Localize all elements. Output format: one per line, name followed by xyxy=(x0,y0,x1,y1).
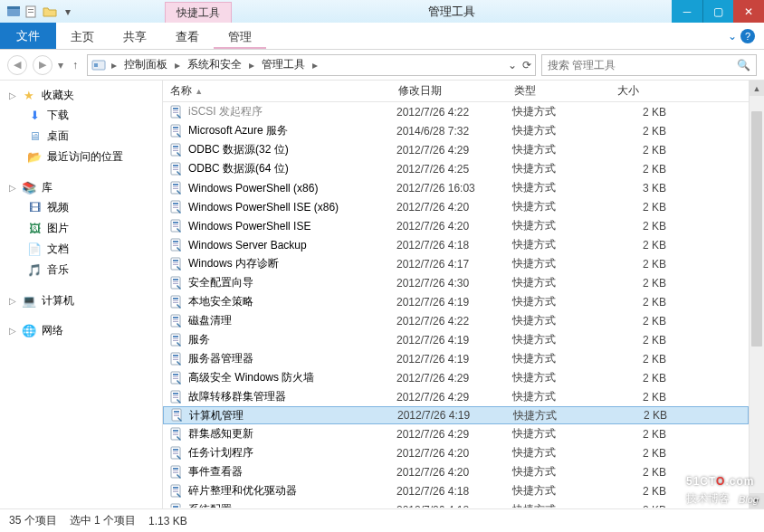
file-row[interactable]: 碎片整理和优化驱动器2012/7/26 4:18快捷方式2 KB xyxy=(163,481,749,500)
libraries-icon: 📚 xyxy=(22,181,36,195)
sidebar-item-documents[interactable]: 📄文档 xyxy=(0,239,162,260)
sidebar-favorites[interactable]: ▷★收藏夹 xyxy=(0,86,162,105)
shortcut-icon xyxy=(168,276,185,290)
close-button[interactable]: ✕ xyxy=(733,0,764,23)
file-size: 2 KB xyxy=(616,485,666,498)
scroll-down-button[interactable]: ▼ xyxy=(750,493,764,508)
file-row[interactable]: ODBC 数据源(64 位)2012/7/26 4:25快捷方式2 KB xyxy=(163,159,749,178)
maximize-button[interactable]: ▢ xyxy=(702,0,733,23)
minimize-button[interactable]: ─ xyxy=(672,0,702,23)
sidebar-label: 网络 xyxy=(42,323,63,338)
recent-icon: 📂 xyxy=(27,150,42,165)
file-row[interactable]: Windows Server Backup2012/7/26 4:18快捷方式2… xyxy=(163,235,749,254)
context-tab[interactable]: 快捷工具 xyxy=(165,2,232,23)
sidebar-item-music[interactable]: 🎵音乐 xyxy=(0,260,162,280)
file-date: 2012/7/26 4:19 xyxy=(396,353,512,366)
sidebar-item-label: 视频 xyxy=(47,200,69,215)
file-row[interactable]: Windows PowerShell ISE2012/7/26 4:20快捷方式… xyxy=(163,216,749,235)
file-row[interactable]: 事件查看器2012/7/26 4:20快捷方式2 KB xyxy=(163,462,749,481)
file-row[interactable]: 故障转移群集管理器2012/7/26 4:29快捷方式2 KB xyxy=(163,387,749,406)
file-row[interactable]: iSCSI 发起程序2012/7/26 4:22快捷方式2 KB xyxy=(163,102,749,121)
breadcrumb-item[interactable]: 系统和安全 xyxy=(186,57,244,72)
shortcut-icon xyxy=(168,200,185,214)
file-name: Windows PowerShell (x86) xyxy=(188,182,396,195)
svg-rect-86 xyxy=(173,472,178,473)
help-icon[interactable]: ? xyxy=(740,29,755,43)
sidebar-network[interactable]: ▷🌐网络 xyxy=(0,321,162,340)
file-row[interactable]: 高级安全 Windows 防火墙2012/7/26 4:29快捷方式2 KB xyxy=(163,368,749,387)
breadcrumb-item[interactable]: 控制面板 xyxy=(122,57,169,72)
ribbon-tab-manage[interactable]: 管理 xyxy=(214,23,266,49)
file-row[interactable]: 本地安全策略2012/7/26 4:19快捷方式2 KB xyxy=(163,292,749,311)
file-name: 任务计划程序 xyxy=(188,445,396,461)
ribbon-tab-share[interactable]: 共享 xyxy=(109,23,161,49)
file-row[interactable]: 服务器管理器2012/7/26 4:19快捷方式2 KB xyxy=(163,349,749,368)
sidebar-item-pictures[interactable]: 🖼图片 xyxy=(0,218,162,239)
file-type: 快捷方式 xyxy=(512,256,616,271)
file-date: 2012/7/26 4:30 xyxy=(396,277,512,290)
file-row[interactable]: 计算机管理2012/7/26 4:19快捷方式2 KB xyxy=(163,406,749,424)
status-item-count: 35 个项目 xyxy=(9,513,57,528)
breadcrumb-item[interactable]: 管理工具 xyxy=(260,57,307,72)
file-type: 快捷方式 xyxy=(512,483,616,499)
col-type[interactable]: 类型 xyxy=(507,83,610,99)
qat-dropdown-icon[interactable]: ▾ xyxy=(60,4,76,20)
back-button[interactable]: ◀ xyxy=(7,55,27,75)
search-input[interactable] xyxy=(548,59,737,71)
file-row[interactable]: 服务2012/7/26 4:19快捷方式2 KB xyxy=(163,330,749,349)
file-row[interactable]: ODBC 数据源(32 位)2012/7/26 4:29快捷方式2 KB xyxy=(163,140,749,159)
sidebar-item-label: 下载 xyxy=(47,108,69,123)
file-row[interactable]: Windows PowerShell (x86)2012/7/26 16:03快… xyxy=(163,178,749,197)
svg-rect-41 xyxy=(173,262,178,263)
file-date: 2012/7/26 4:25 xyxy=(396,163,512,176)
search-icon[interactable]: 🔍 xyxy=(737,59,750,71)
search-box[interactable]: 🔍 xyxy=(541,54,757,76)
sidebar-item-downloads[interactable]: ⬇下载 xyxy=(0,105,162,126)
shortcut-icon xyxy=(168,371,185,385)
file-row[interactable]: Microsoft Azure 服务2014/6/28 7:32快捷方式2 KB xyxy=(163,121,749,140)
address-dropdown-icon[interactable]: ⌄ xyxy=(508,59,517,71)
refresh-icon[interactable]: ⟳ xyxy=(522,59,531,71)
sidebar-libraries[interactable]: ▷📚库 xyxy=(0,178,162,197)
ribbon-tab-view[interactable]: 查看 xyxy=(161,23,214,49)
file-row[interactable]: 群集感知更新2012/7/26 4:29快捷方式2 KB xyxy=(163,424,749,443)
shortcut-icon xyxy=(169,408,186,423)
file-row[interactable]: 任务计划程序2012/7/26 4:20快捷方式2 KB xyxy=(163,443,749,462)
col-size[interactable]: 大小 xyxy=(610,83,670,99)
file-row[interactable]: 磁盘清理2012/7/26 4:22快捷方式2 KB xyxy=(163,311,749,330)
svg-rect-48 xyxy=(173,298,178,299)
history-dropdown-icon[interactable]: ▾ xyxy=(58,59,63,71)
sidebar-item-recent[interactable]: 📂最近访问的位置 xyxy=(0,147,162,167)
scroll-up-button[interactable]: ▲ xyxy=(750,81,764,96)
svg-rect-45 xyxy=(173,281,178,282)
qat-properties-icon[interactable] xyxy=(24,4,40,20)
forward-button[interactable]: ▶ xyxy=(33,55,53,75)
svg-rect-57 xyxy=(173,338,178,339)
svg-rect-62 xyxy=(173,359,178,360)
svg-rect-38 xyxy=(173,245,178,246)
up-button[interactable]: ↑ xyxy=(69,59,81,71)
svg-rect-17 xyxy=(173,148,178,149)
address-bar[interactable]: ▸ 控制面板 ▸ 系统和安全 ▸ 管理工具 ▸ ⌄ ⟳ xyxy=(87,54,536,76)
file-row[interactable]: Windows 内存诊断2012/7/26 4:17快捷方式2 KB xyxy=(163,254,749,273)
file-type: 快捷方式 xyxy=(512,426,616,442)
col-date[interactable]: 修改日期 xyxy=(391,83,507,99)
svg-rect-12 xyxy=(173,127,178,128)
ribbon-tab-home[interactable]: 主页 xyxy=(56,23,109,49)
file-size: 2 KB xyxy=(616,220,666,233)
expand-ribbon-icon[interactable]: ⌄ xyxy=(728,30,737,43)
file-row[interactable]: Windows PowerShell ISE (x86)2012/7/26 4:… xyxy=(163,197,749,216)
sidebar-item-desktop[interactable]: 🖥桌面 xyxy=(0,126,162,147)
file-size: 2 KB xyxy=(616,296,666,309)
ribbon-file[interactable]: 文件 xyxy=(0,23,56,49)
sidebar-item-videos[interactable]: 🎞视频 xyxy=(0,197,162,218)
col-name[interactable]: 名称 ▲ xyxy=(163,83,391,99)
sidebar-computer[interactable]: ▷💻计算机 xyxy=(0,291,162,310)
shortcut-icon xyxy=(168,162,185,176)
qat-newfolder-icon[interactable] xyxy=(42,4,58,20)
vertical-scrollbar[interactable]: ▲ ▼ xyxy=(749,81,764,508)
file-type: 快捷方式 xyxy=(512,275,616,290)
file-row[interactable]: 系统配置2012/7/26 4:18快捷方式2 KB xyxy=(163,500,749,508)
scroll-thumb[interactable] xyxy=(751,111,762,347)
file-row[interactable]: 安全配置向导2012/7/26 4:30快捷方式2 KB xyxy=(163,273,749,292)
